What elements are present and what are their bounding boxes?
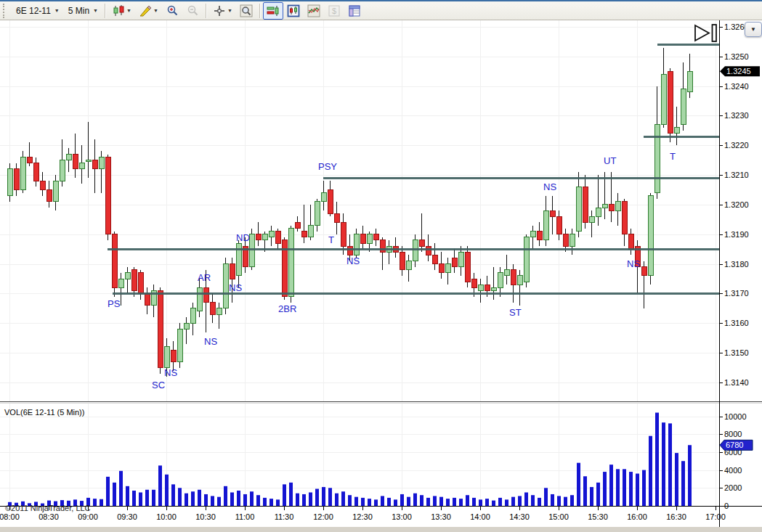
time-tick-label: 17:00 [705,512,726,521]
volume-bar [237,491,240,506]
volume-bar [668,423,672,506]
annotation-label[interactable]: ND [236,232,250,243]
time-tick-label: 10:30 [195,512,216,521]
volume-bar [269,499,273,506]
price-tick-label: 1.3230 [724,111,749,120]
annotation-label[interactable]: NS [346,255,360,266]
drawing-tools-button[interactable]: ▼ [135,2,162,20]
annotation-label[interactable]: UT [604,155,616,166]
volume-tick-label: 0 [724,502,729,510]
chevron-down-icon: ▼ [227,8,232,13]
candle [282,237,287,300]
data-grid-button[interactable] [344,2,365,20]
annotation-label[interactable]: T [670,151,676,162]
price-tick-label: 1.3140 [724,378,749,387]
volume-bar [642,470,646,506]
time-tick-label: 09:00 [78,512,98,521]
volume-bar [315,489,319,506]
annotation-label[interactable]: ST [509,307,522,318]
price-tick-label: 1.3200 [724,200,749,209]
annotation-label[interactable]: NS [164,367,177,378]
volume-bar [498,498,502,506]
annotation-label[interactable]: SC [152,380,165,390]
candle [105,155,110,240]
chevron-down-icon: ▼ [153,8,158,13]
volume-bar [655,413,659,506]
chart-trader-button[interactable] [263,2,283,20]
indicators-button[interactable] [304,2,324,20]
volume-bar [688,445,692,506]
volume-bar [348,495,352,506]
annotation-label[interactable]: NS [204,336,217,347]
price-tick-label: 1.3220 [724,141,749,150]
volume-bar [341,491,345,506]
price-tick-label: 1.3190 [724,230,749,239]
volume-bar [263,498,267,506]
volume-bar [289,483,293,506]
annotation-label[interactable]: NS [229,282,242,293]
time-tick-label: 15:30 [588,512,608,521]
volume-bar [361,498,365,506]
crosshair-button[interactable]: ▼ [209,2,236,20]
volume-bar [570,495,574,506]
zoom-out-button[interactable] [182,2,203,20]
volume-bar [132,491,136,506]
volume-bar [126,486,129,506]
toolbar-separator [105,4,105,18]
volume-bar [171,484,175,506]
volume-bar [531,495,535,506]
chart-canvas[interactable]: PSSCNSNSARNSND2BRPSYTNSSTNSUTNST1.32601.… [0,0,762,532]
time-tick-label: 11:30 [275,512,294,521]
time-tick-label: 14:00 [470,512,490,521]
volume-bar [217,497,221,506]
annotation-label[interactable]: PSY [318,161,337,172]
instrument-selector[interactable]: 6E 12-11 ▼ [11,2,63,20]
bars-style-button[interactable]: ▼ [108,2,135,20]
annotation-label[interactable]: PS [108,298,121,309]
volume-panel-title: VOL(6E 12-11 (5 Min)) [4,408,84,417]
volume-bar [662,422,665,506]
last-price-badge: 1.3245 [720,66,760,76]
volume-bar [368,499,371,506]
time-tick-label: 15:00 [548,512,569,521]
time-tick-label: 12:30 [352,512,373,521]
price-tick-label: 1.3180 [724,260,749,269]
volume-bar [387,498,391,506]
account-performance-button[interactable]: $ [324,2,344,20]
candle [465,246,470,287]
chart-window-button[interactable] [283,2,304,20]
zoom-in-icon [166,4,179,17]
price-axis-dropdown-button[interactable]: ▼ [745,22,762,37]
time-tick-label: 10:00 [156,512,177,521]
annotation-label[interactable]: AR [198,272,211,283]
volume-bar [544,488,548,506]
volume-bar [309,492,312,506]
volume-bar [152,490,155,506]
magnifier-icon [240,4,253,17]
zoom-in-button[interactable] [162,2,182,20]
volume-bar [165,475,169,506]
chevron-down-icon: ▼ [93,8,98,13]
volume-tick-label: 8000 [724,430,742,438]
svg-text:$: $ [332,7,336,15]
annotation-label[interactable]: 2BR [278,303,296,314]
indicators-icon [307,4,320,17]
volume-bar [100,499,103,506]
zoom-window-button[interactable] [236,2,256,20]
annotation-label[interactable]: T [328,234,334,245]
annotation-label[interactable]: NS [543,181,556,192]
volume-bar [681,461,685,506]
volume-bar [198,490,201,506]
interval-selector[interactable]: 5 Min ▼ [63,2,102,20]
volume-bar [283,484,286,506]
dollar-icon: $ [328,4,341,17]
volume-bar [492,501,495,506]
candlestick-style-icon [112,4,125,17]
volume-bar [322,487,325,506]
last-volume-badge: 6780 [720,440,753,450]
volume-bar [224,486,227,506]
toolbar-grip[interactable] [3,4,8,18]
volume-bar [485,499,489,506]
volume-bar [413,494,417,506]
annotation-label[interactable]: NS [627,258,640,269]
